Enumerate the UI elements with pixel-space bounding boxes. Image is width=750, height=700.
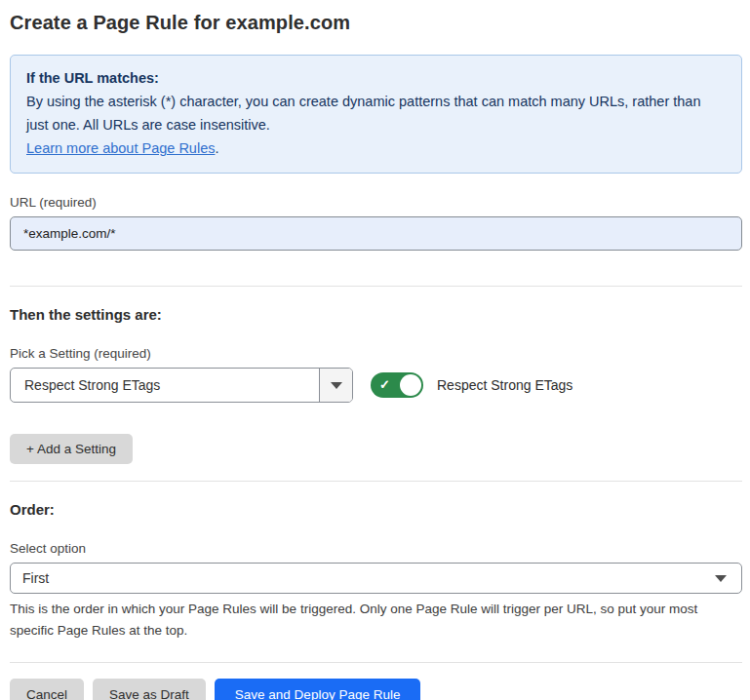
cancel-button[interactable]: Cancel: [10, 679, 84, 700]
toggle-knob: [400, 374, 421, 396]
setting-select-arrow-segment[interactable]: [319, 369, 352, 402]
order-help-text: This is the order in which your Page Rul…: [10, 599, 736, 642]
pick-setting-label: Pick a Setting (required): [10, 346, 742, 361]
footer-actions: Cancel Save as Draft Save and Deploy Pag…: [10, 679, 742, 700]
info-box-body-text: By using the asterisk (*) character, you…: [26, 94, 701, 133]
url-label: URL (required): [10, 195, 742, 210]
setting-select[interactable]: Respect Strong ETags: [10, 368, 353, 403]
chevron-down-icon: [715, 575, 727, 582]
divider: [10, 286, 742, 287]
page-title: Create a Page Rule for example.com: [10, 12, 742, 34]
save-draft-button[interactable]: Save as Draft: [93, 679, 206, 700]
order-select-label: Select option: [10, 541, 742, 556]
url-match-info-box: If the URL matches: By using the asteris…: [10, 55, 742, 174]
save-deploy-button[interactable]: Save and Deploy Page Rule: [215, 679, 421, 700]
create-page-rule-panel: Create a Page Rule for example.com If th…: [0, 0, 750, 700]
setting-row: Respect Strong ETags ✓ Respect Strong ET…: [10, 368, 742, 403]
order-select-value: First: [22, 570, 49, 586]
divider: [10, 481, 742, 482]
info-box-body: By using the asterisk (*) character, you…: [26, 90, 726, 160]
check-icon: ✓: [379, 378, 390, 391]
url-input[interactable]: [10, 216, 742, 251]
divider: [10, 662, 742, 663]
settings-heading: Then the settings are:: [10, 306, 742, 323]
etag-toggle[interactable]: ✓: [371, 372, 423, 398]
toggle-label: Respect Strong ETags: [437, 377, 572, 393]
setting-select-value: Respect Strong ETags: [11, 369, 319, 402]
add-setting-button[interactable]: + Add a Setting: [10, 434, 133, 464]
info-box-heading: If the URL matches:: [26, 66, 726, 90]
learn-more-link[interactable]: Learn more about Page Rules: [26, 140, 215, 156]
chevron-down-icon: [331, 382, 342, 389]
order-heading: Order:: [10, 501, 742, 518]
order-select[interactable]: First: [10, 563, 742, 594]
link-period: .: [215, 140, 218, 156]
